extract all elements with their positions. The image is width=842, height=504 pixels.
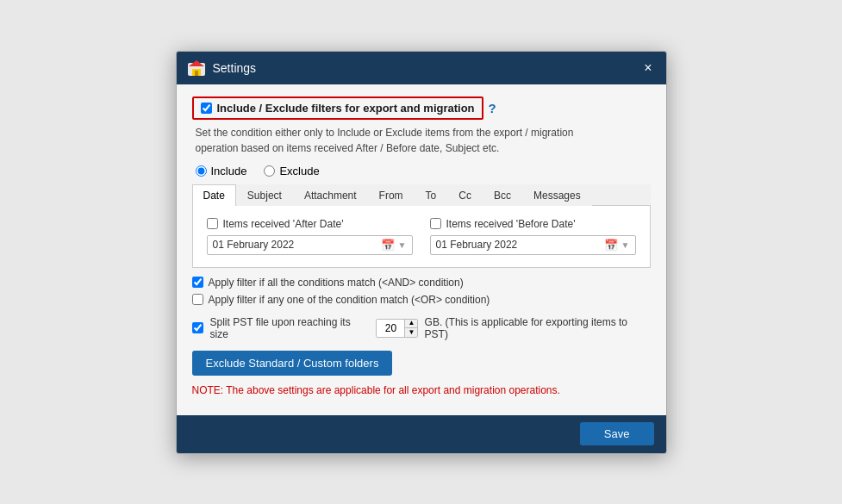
dialog-body: Include / Exclude filters for export and… <box>177 84 666 415</box>
split-pst-label: Split PST file upon reaching its size <box>210 316 370 340</box>
exclude-button-wrap: Exclude Standard / Custom folders <box>192 351 651 384</box>
before-date-input[interactable]: 01 February 2022 📅 ▼ <box>430 235 636 255</box>
split-size-input[interactable] <box>377 320 404 337</box>
before-date-value: 01 February 2022 <box>436 239 518 251</box>
and-condition-checkbox[interactable] <box>192 277 203 288</box>
tab-content-date: Items received 'After Date' 01 February … <box>192 206 651 268</box>
svg-rect-3 <box>195 71 198 76</box>
date-row: Items received 'After Date' 01 February … <box>207 218 636 255</box>
before-date-header: Items received 'Before Date' <box>430 218 636 230</box>
and-condition-text: Apply filter if all the conditions match… <box>209 277 464 289</box>
or-condition-text: Apply filter if any one of the condition… <box>209 294 490 306</box>
after-date-col: Items received 'After Date' 01 February … <box>207 218 413 255</box>
split-size-spinner[interactable]: ▲ ▼ <box>376 319 417 338</box>
split-pst-suffix: GB. (This is applicable for exporting it… <box>425 316 651 340</box>
after-date-input[interactable]: 01 February 2022 📅 ▼ <box>207 235 413 255</box>
spin-down-button[interactable]: ▼ <box>405 327 417 338</box>
section-header-label[interactable]: Include / Exclude filters for export and… <box>217 102 475 115</box>
before-date-dropdown-arrow[interactable]: ▼ <box>621 240 630 250</box>
tab-date[interactable]: Date <box>192 184 236 206</box>
radio-exclude-input[interactable] <box>264 165 275 177</box>
spin-up-button[interactable]: ▲ <box>405 319 417 328</box>
after-date-calendar-icon[interactable]: 📅 <box>381 239 395 252</box>
radio-include-input[interactable] <box>196 165 207 177</box>
after-date-value: 01 February 2022 <box>213 239 295 251</box>
before-date-label: Items received 'Before Date' <box>446 218 576 230</box>
split-pst-row: Split PST file upon reaching its size ▲ … <box>192 316 651 340</box>
after-date-checkbox[interactable] <box>207 218 218 229</box>
tab-from[interactable]: From <box>368 184 415 206</box>
help-icon[interactable]: ? <box>489 101 496 115</box>
radio-include-label: Include <box>211 165 247 177</box>
save-button[interactable]: Save <box>580 422 654 445</box>
settings-dialog: Settings × Include / Exclude filters for… <box>176 51 667 454</box>
tab-cc[interactable]: Cc <box>447 184 483 206</box>
spin-buttons: ▲ ▼ <box>404 319 417 338</box>
before-date-col: Items received 'Before Date' 01 February… <box>430 218 636 255</box>
app-icon <box>187 59 206 78</box>
tab-bcc[interactable]: Bcc <box>483 184 522 206</box>
radio-exclude[interactable]: Exclude <box>264 165 319 177</box>
filter-checks: Apply filter if all the conditions match… <box>192 277 651 306</box>
dialog-title: Settings <box>213 61 257 75</box>
after-date-header: Items received 'After Date' <box>207 218 413 230</box>
note: NOTE: The above settings are applicable … <box>192 384 651 396</box>
radio-exclude-label: Exclude <box>279 165 319 177</box>
and-condition-label[interactable]: Apply filter if all the conditions match… <box>192 277 651 289</box>
after-date-label: Items received 'After Date' <box>223 218 344 230</box>
radio-group: Include Exclude <box>196 165 651 177</box>
dialog-footer: Save <box>177 415 666 453</box>
split-pst-checkbox[interactable] <box>192 322 203 333</box>
before-date-calendar-icon[interactable]: 📅 <box>604 239 618 252</box>
titlebar: Settings × <box>177 52 666 84</box>
before-date-checkbox[interactable] <box>430 218 441 229</box>
after-date-dropdown-arrow[interactable]: ▼ <box>398 240 407 250</box>
tabs: Date Subject Attachment From To Cc Bcc M… <box>192 184 651 206</box>
section-header: Include / Exclude filters for export and… <box>192 96 651 120</box>
tab-to[interactable]: To <box>415 184 448 206</box>
close-button[interactable]: × <box>640 59 655 77</box>
description: Set the condition either only to Include… <box>196 125 651 156</box>
tab-attachment[interactable]: Attachment <box>293 184 368 206</box>
or-condition-label[interactable]: Apply filter if any one of the condition… <box>192 294 651 306</box>
tab-messages[interactable]: Messages <box>522 184 592 206</box>
exclude-folders-button[interactable]: Exclude Standard / Custom folders <box>192 351 393 376</box>
tab-subject[interactable]: Subject <box>236 184 293 206</box>
or-condition-checkbox[interactable] <box>192 294 203 305</box>
section-header-box: Include / Exclude filters for export and… <box>192 96 483 120</box>
radio-include[interactable]: Include <box>196 165 247 177</box>
include-exclude-checkbox[interactable] <box>201 103 212 114</box>
titlebar-left: Settings <box>187 59 257 78</box>
